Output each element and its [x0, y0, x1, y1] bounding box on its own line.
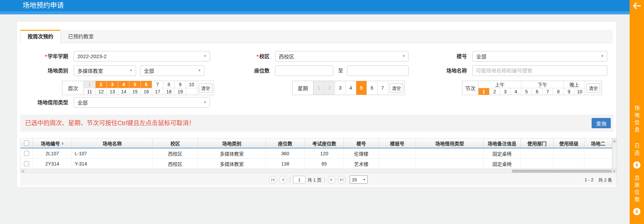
- week-cell[interactable]: 7: [152, 81, 163, 88]
- total-pages-text: 共 1 页: [308, 176, 321, 183]
- caret-down-icon: ▼: [363, 178, 366, 181]
- column-header-4[interactable]: 场地类别: [198, 139, 266, 148]
- column-header-8[interactable]: 楼层号: [379, 139, 416, 148]
- prev-page-button[interactable]: [279, 176, 287, 184]
- table-cell: 138: [266, 159, 305, 169]
- table-cell: L-107: [72, 148, 153, 158]
- table-cell: 2L107: [33, 148, 72, 158]
- week-cell[interactable]: 8: [163, 81, 174, 88]
- select-all-checkbox[interactable]: [24, 141, 29, 146]
- period-cell[interactable]: 1: [479, 88, 489, 95]
- pager-divider: [324, 177, 325, 182]
- column-header-3[interactable]: 校区: [153, 139, 198, 148]
- week-cell[interactable]: 18: [163, 88, 174, 95]
- building-select[interactable]: 全部▼: [472, 51, 607, 62]
- row-checkbox[interactable]: [24, 161, 29, 166]
- week-cell[interactable]: 10: [186, 81, 197, 88]
- period-group-header: 上午: [479, 81, 521, 88]
- period-cell[interactable]: 9: [564, 88, 574, 95]
- week-cell[interactable]: 3: [107, 81, 118, 88]
- period-cell[interactable]: 5: [521, 88, 532, 95]
- period-cell[interactable]: 2: [489, 88, 500, 95]
- tab-reserved-rooms[interactable]: 已预约教室: [61, 30, 101, 43]
- week-cell[interactable]: 14: [118, 88, 129, 95]
- row-checkbox[interactable]: [24, 151, 29, 156]
- campus-select[interactable]: 西校区▼: [275, 51, 409, 62]
- caret-down-icon: ▼: [129, 69, 133, 72]
- record-range-text: 1 - 2: [585, 177, 594, 182]
- week-cell[interactable]: 17: [152, 88, 163, 95]
- first-page-button[interactable]: [269, 176, 277, 184]
- column-header-label: 场地备注信息: [488, 140, 517, 147]
- venue-name-input[interactable]: [472, 65, 607, 76]
- week-cell[interactable]: 19: [174, 88, 186, 95]
- query-button[interactable]: 查询: [592, 118, 611, 128]
- scroll-up-icon[interactable]: ▲: [612, 139, 617, 143]
- table-row[interactable]: 2L107L-107西校区多媒体教室360120伦理楼固定桌椅: [21, 148, 612, 159]
- vertical-scrollbar[interactable]: ▲: [612, 139, 617, 169]
- weekday-cell[interactable]: 7: [377, 81, 388, 95]
- table-cell: [554, 159, 584, 169]
- week-cell[interactable]: 5: [129, 81, 140, 88]
- seats-max-input[interactable]: [347, 65, 409, 76]
- column-header-10[interactable]: 场地备注信息: [484, 139, 521, 148]
- page-number-input[interactable]: [293, 176, 306, 183]
- tab-bar: 按周次预约 已预约教室: [20, 30, 613, 43]
- period-clear-button[interactable]: 清空: [586, 83, 600, 93]
- column-header-6[interactable]: 考试座位数: [305, 139, 344, 148]
- week-cell[interactable]: 12: [95, 88, 107, 95]
- weekday-cell[interactable]: 6: [367, 81, 377, 95]
- back-arrow-icon[interactable]: [633, 2, 641, 9]
- period-cell[interactable]: 6: [532, 88, 542, 95]
- sort-icon[interactable]: ▲▼: [61, 142, 64, 145]
- column-header-label: 楼层号: [390, 140, 405, 147]
- last-page-button[interactable]: [338, 176, 346, 184]
- table-cell: [379, 148, 416, 158]
- column-header-11[interactable]: 使用部门: [521, 139, 554, 148]
- period-cell[interactable]: 4: [510, 88, 521, 95]
- weekday-cell[interactable]: 4: [345, 81, 356, 95]
- column-header-5[interactable]: 座位数: [266, 139, 305, 148]
- required-asterisk: *: [45, 53, 47, 59]
- column-header-9[interactable]: 场地借用类型: [416, 139, 484, 148]
- next-page-button[interactable]: [328, 176, 336, 184]
- week-cell[interactable]: 16: [140, 88, 152, 95]
- semester-select[interactable]: 2022-2023-2▼: [74, 51, 210, 62]
- results-table: 场地编号▲▼场地名称校区场地类别座位数考试座位数楼号楼层号场地借用类型场地备注信…: [20, 138, 617, 174]
- seats-min-input[interactable]: [275, 65, 333, 76]
- week-cell[interactable]: 4: [118, 81, 129, 88]
- week-clear-button[interactable]: 清空: [199, 83, 212, 93]
- page-size-select[interactable]: 15▼: [350, 175, 368, 184]
- week-cell[interactable]: 11: [84, 88, 95, 95]
- seats-to-label: 至: [338, 65, 343, 76]
- borrow-type-select[interactable]: 全部▼: [74, 97, 210, 108]
- period-cell[interactable]: 8: [553, 88, 564, 95]
- period-cell[interactable]: 10: [574, 88, 585, 95]
- week-label: 周次: [62, 81, 84, 95]
- table-cell: 西校区: [153, 148, 198, 158]
- week-cell[interactable]: 9: [174, 81, 186, 88]
- week-cell[interactable]: 15: [129, 88, 140, 95]
- tab-by-week[interactable]: 按周次预约: [20, 30, 61, 43]
- week-cell[interactable]: 2: [95, 81, 107, 88]
- week-cell[interactable]: 13: [107, 88, 118, 95]
- column-header-13[interactable]: 场地二: [584, 139, 612, 148]
- total-seats-count-badge: 0: [633, 208, 641, 215]
- weekday-clear-button[interactable]: 清空: [389, 83, 403, 93]
- column-header-1[interactable]: 场地编号▲▼: [33, 139, 72, 148]
- weekday-cell[interactable]: 5: [356, 81, 367, 95]
- column-header-label: 场地类别: [222, 140, 242, 147]
- venue-category-select[interactable]: 多媒体教室▼: [74, 65, 136, 76]
- column-header-2[interactable]: 场地名称: [72, 139, 153, 148]
- venue-subcategory-select[interactable]: 全部▼: [140, 65, 205, 76]
- weekday-cell[interactable]: 3: [335, 81, 345, 95]
- week-cell[interactable]: 6: [140, 81, 152, 88]
- period-cell[interactable]: 7: [542, 88, 553, 95]
- table-row[interactable]: 2Y314Y-314西校区多媒体教室13865艺术楼固定桌椅: [21, 159, 612, 169]
- column-header-7[interactable]: 楼号: [344, 139, 379, 148]
- semester-label: *学年学期: [30, 51, 68, 62]
- period-cell[interactable]: 3: [500, 88, 510, 95]
- table-cell: 360: [266, 148, 305, 158]
- scrollbar-thumb[interactable]: [512, 170, 612, 173]
- column-header-12[interactable]: 使用班级: [554, 139, 584, 148]
